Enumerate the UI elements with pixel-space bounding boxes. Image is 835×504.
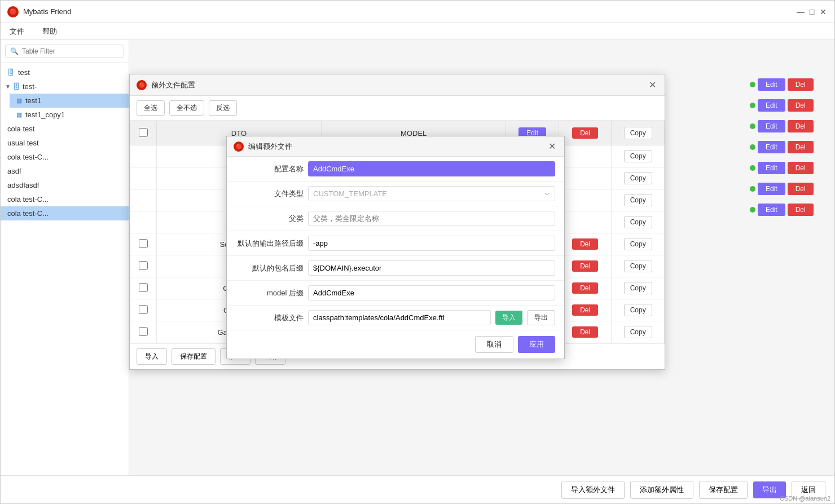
side-del-btn-6[interactable]: Del bbox=[788, 183, 814, 195]
main-content: 🔍 🗄 test ▼ 🗄 test- bbox=[1, 40, 834, 475]
main-bottom-bar: 导入额外文件 添加额外属性 保存配置 导出 返回 bbox=[1, 475, 834, 503]
select-all-button[interactable]: 全选 bbox=[137, 100, 165, 116]
row-check-cell bbox=[130, 299, 157, 321]
col-copy-header: Copy bbox=[612, 121, 665, 145]
side-edit-btn-1[interactable]: Edit bbox=[758, 78, 785, 91]
row-del-btn-gatewayimpl[interactable]: Del bbox=[572, 326, 598, 338]
form-row-default-pkg: 默认的包名后缀 bbox=[227, 256, 564, 281]
import-extra-file-button[interactable]: 导入额外文件 bbox=[561, 481, 625, 499]
model-suffix-input[interactable] bbox=[308, 285, 555, 300]
side-del-btn-1[interactable]: Del bbox=[788, 78, 814, 91]
cancel-edit-button[interactable]: 取消 bbox=[475, 336, 513, 353]
row-copy-btn-controller[interactable]: Copy bbox=[624, 282, 652, 294]
sidebar-item-asdf[interactable]: asdf bbox=[1, 164, 129, 178]
side-del-btn-7[interactable]: Del bbox=[788, 204, 814, 216]
header-del-btn[interactable]: Del bbox=[572, 127, 598, 139]
row-checkbox-gatewayimpl[interactable] bbox=[139, 327, 148, 336]
row-copy-btn-serviceimpl[interactable]: Copy bbox=[624, 238, 652, 250]
row-copy-btn[interactable]: Copy bbox=[624, 216, 652, 228]
file-type-select[interactable]: CUSTOM_TEMPLATE bbox=[308, 186, 555, 201]
side-edit-btn-3[interactable]: Edit bbox=[758, 120, 785, 132]
save-config-main-button[interactable]: 保存配置 bbox=[699, 481, 748, 499]
side-row-6: Edit Del bbox=[750, 178, 834, 199]
sidebar-item-cola-test-c3[interactable]: cola test-C... bbox=[1, 206, 129, 220]
default-pkg-input[interactable] bbox=[308, 260, 555, 276]
side-row-7: Edit Del bbox=[750, 199, 834, 220]
sidebar-item-test1-label: test1 bbox=[25, 96, 41, 105]
sidebar-group-test-dash: ▼ 🗄 test- ▦ test1 ▦ test1_copy1 bbox=[1, 79, 129, 122]
sidebar-item-test-dash[interactable]: ▼ 🗄 test- bbox=[1, 79, 129, 94]
close-button[interactable]: ✕ bbox=[819, 7, 828, 16]
sidebar-item-cola-test-c3-label: cola test-C... bbox=[7, 209, 49, 218]
row-checkbox-serviceimpl[interactable] bbox=[139, 239, 148, 248]
row-del-btn-serviceimpl[interactable]: Del bbox=[572, 238, 598, 250]
side-edit-btn-2[interactable]: Edit bbox=[758, 99, 785, 112]
import-file-button[interactable]: 导入 bbox=[137, 348, 167, 365]
config-name-input[interactable] bbox=[308, 161, 555, 176]
row-del-btn-controller[interactable]: Del bbox=[572, 282, 598, 294]
side-edit-btn-4[interactable]: Edit bbox=[758, 141, 785, 153]
row-copy-btn[interactable]: Copy bbox=[624, 150, 652, 162]
dialog-extra-file-title: 额外文件配置 bbox=[151, 80, 195, 90]
row-copy-btn-gatewayimpl[interactable]: Copy bbox=[624, 326, 652, 338]
sidebar-item-usual-test[interactable]: usual test bbox=[1, 136, 129, 150]
dialog-extra-file-close[interactable]: ✕ bbox=[647, 79, 658, 91]
row-copy-btn-gatewayi[interactable]: Copy bbox=[624, 304, 652, 316]
side-row-2: Edit Del bbox=[750, 95, 834, 116]
row-checkbox-gatewayi[interactable] bbox=[139, 305, 148, 314]
sidebar-item-test1-copy1[interactable]: ▦ test1_copy1 bbox=[10, 108, 129, 122]
dialog-edit-file: 🔴 编辑额外文件 ✕ 配置名称 文件类型 CUSTOM_TEMPLATE 父类 bbox=[226, 136, 565, 359]
invert-button[interactable]: 反选 bbox=[209, 100, 237, 116]
side-edit-btn-5[interactable]: Edit bbox=[758, 162, 785, 174]
default-output-input[interactable] bbox=[308, 236, 555, 251]
green-dot-5 bbox=[750, 165, 755, 171]
sidebar-item-test[interactable]: 🗄 test bbox=[1, 65, 129, 79]
side-edit-btn-6[interactable]: Edit bbox=[758, 183, 785, 195]
side-del-btn-2[interactable]: Del bbox=[788, 99, 814, 112]
row-del-cell bbox=[559, 189, 612, 211]
title-bar: 🔴 Mybatis Friend — □ ✕ bbox=[1, 1, 834, 23]
row-check-cell bbox=[130, 321, 157, 343]
row-del-cell-controller: Del bbox=[559, 277, 612, 299]
sidebar-item-cola-test-c2[interactable]: cola test-C... bbox=[1, 192, 129, 206]
export-template-button[interactable]: 导出 bbox=[527, 310, 555, 325]
sidebar-item-cola-test-label: cola test bbox=[7, 125, 34, 133]
side-edit-btn-7[interactable]: Edit bbox=[758, 204, 785, 216]
sidebar-item-adsdfasdf[interactable]: adsdfasdf bbox=[1, 178, 129, 192]
dialog-edit-file-titlebar: 🔴 编辑额外文件 ✕ bbox=[227, 136, 564, 157]
row-del-cell-gatewayi: Del bbox=[559, 299, 612, 321]
save-config-button[interactable]: 保存配置 bbox=[172, 348, 216, 365]
minimize-button[interactable]: — bbox=[796, 7, 805, 16]
search-input[interactable] bbox=[22, 47, 119, 55]
row-checkbox-servicei[interactable] bbox=[139, 261, 148, 270]
row-copy-cell-gatewayimpl: Copy bbox=[612, 321, 665, 343]
row-del-btn-gatewayi[interactable]: Del bbox=[572, 304, 598, 316]
side-del-btn-5[interactable]: Del bbox=[788, 162, 814, 174]
row-copy-btn[interactable]: Copy bbox=[624, 194, 652, 206]
row-copy-btn[interactable]: Copy bbox=[624, 172, 652, 184]
select-none-button[interactable]: 全不选 bbox=[169, 100, 204, 116]
row-copy-btn-servicei[interactable]: Copy bbox=[624, 260, 652, 272]
maximize-button[interactable]: □ bbox=[807, 7, 816, 16]
import-template-button[interactable]: 导入 bbox=[495, 311, 522, 325]
sidebar-item-cola-test-c2-label: cola test-C... bbox=[7, 195, 49, 204]
row-del-cell-servicei: Del bbox=[559, 255, 612, 277]
header-copy-btn[interactable]: Copy bbox=[624, 127, 652, 139]
template-input[interactable] bbox=[308, 310, 491, 325]
sidebar-item-test1[interactable]: ▦ test1 bbox=[10, 94, 129, 108]
sidebar-item-cola-test[interactable]: cola test bbox=[1, 122, 129, 136]
row-del-btn-servicei[interactable]: Del bbox=[572, 260, 598, 272]
menu-file[interactable]: 文件 bbox=[5, 24, 29, 39]
side-del-btn-3[interactable]: Del bbox=[788, 120, 814, 132]
row-checkbox-controller[interactable] bbox=[139, 283, 148, 292]
header-checkbox[interactable] bbox=[139, 128, 148, 137]
sidebar-item-cola-test-c1[interactable]: cola test-C... bbox=[1, 150, 129, 164]
side-del-btn-4[interactable]: Del bbox=[788, 141, 814, 153]
apply-button[interactable]: 应用 bbox=[518, 336, 555, 353]
parent-class-input[interactable] bbox=[308, 211, 555, 226]
form-row-file-type: 文件类型 CUSTOM_TEMPLATE bbox=[227, 182, 564, 206]
menu-help[interactable]: 帮助 bbox=[38, 24, 61, 39]
dialog-edit-close[interactable]: ✕ bbox=[546, 141, 557, 152]
watermark: CSDN @aiansun2 bbox=[780, 495, 830, 502]
add-extra-attr-button[interactable]: 添加额外属性 bbox=[630, 481, 693, 499]
